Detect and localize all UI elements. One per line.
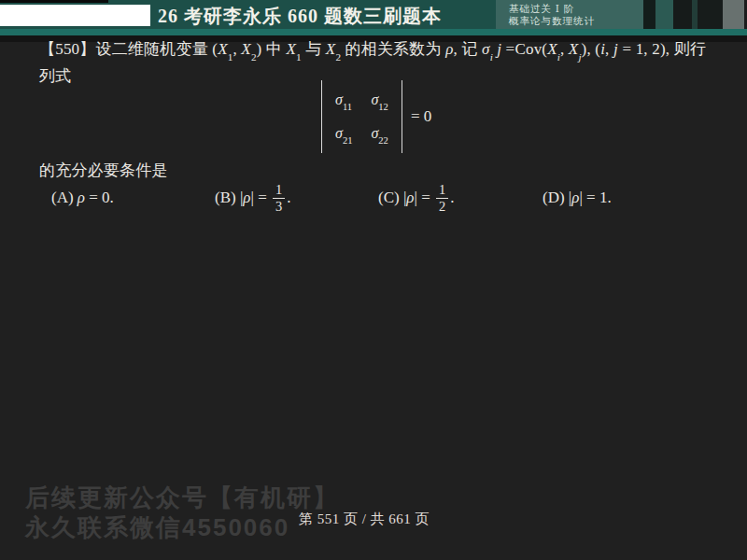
option-b[interactable]: (B) |ρ| = 13. [215,177,290,218]
watermark-line1: 后续更新公众号【有机研】 [25,482,339,514]
header-accent-line [0,29,747,35]
subject-label: 概率论与数理统计 [509,15,643,27]
book-title: 26 考研李永乐 660 题数三刷题本 [158,2,442,30]
header-stripe [723,0,744,29]
stage-label: 基础过关 Ⅰ 阶 [509,3,643,15]
determinant-equals-zero: = 0 [411,107,431,126]
header-stripe [698,0,723,29]
matrix-cell-12: σ12 [371,91,388,108]
matrix-cell-22: σ22 [371,125,388,142]
determinant-right-bar [402,80,402,153]
option-d[interactable]: (D) |ρ| = 1. [543,177,612,218]
header-stripe [673,0,692,29]
problem-statement-line1: 【550】设二维随机变量 (X1, X2) 中 X1 与 X2 的相关系数为 ρ… [39,39,706,60]
option-c[interactable]: (C) |ρ| = 12. [378,177,454,218]
option-a[interactable]: (A) ρ = 0. [51,177,114,218]
determinant-matrix: σ11 σ12 σ21 σ22 [322,80,402,153]
page-indicator: 第 551 页 / 共 661 页 [0,511,728,528]
header-stripe [655,0,673,29]
determinant-expression: σ11 σ12 σ21 σ22 = 0 [321,80,431,153]
matrix-cell-21: σ21 [335,125,352,142]
header-stripe [643,0,655,29]
header-bar: 26 考研李永乐 660 题数三刷题本 基础过关 Ⅰ 阶 概率论与数理统计 [0,0,747,35]
header-top-sliver [0,0,108,3]
header-white-box [0,5,150,26]
chapter-info-box: 基础过关 Ⅰ 阶 概率论与数理统计 [496,0,643,29]
problem-statement-line2: 列式 [39,66,71,87]
matrix-cell-11: σ11 [335,91,352,108]
